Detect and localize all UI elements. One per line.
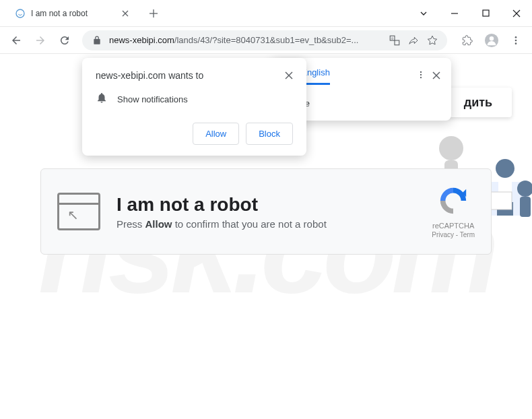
window-menu-icon[interactable]	[408, 0, 439, 27]
recaptcha-label: reCAPTCHA	[432, 222, 475, 230]
tab-close-icon[interactable]	[120, 8, 131, 19]
notif-close-icon[interactable]	[285, 70, 293, 82]
svg-point-15	[515, 39, 517, 41]
recaptcha-links: Privacy - Term	[432, 231, 475, 238]
robot-title: I am not a robot	[117, 194, 415, 216]
recaptcha-badge: reCAPTCHA Privacy - Term	[432, 185, 475, 238]
svg-rect-10	[395, 40, 399, 45]
recaptcha-icon	[438, 185, 469, 216]
tab-title: I am not a robot	[31, 9, 88, 18]
bookmark-icon[interactable]	[426, 34, 439, 47]
notif-body: Show notifications	[96, 92, 293, 106]
svg-point-0	[16, 9, 24, 18]
forward-button[interactable]	[30, 30, 51, 51]
robot-subtitle: Press Allow to confirm that you are not …	[117, 218, 415, 230]
translate-actions	[416, 70, 440, 82]
notification-permission-popup: news-xebipi.com wants to Show notificati…	[82, 58, 306, 156]
window-controls	[408, 0, 532, 27]
maximize-icon[interactable]	[470, 0, 501, 27]
robot-verification-card: I am not a robot Press Allow to confirm …	[40, 168, 492, 255]
svg-point-29	[420, 74, 422, 75]
browser-window: I am not a robot	[0, 0, 532, 419]
notif-title: news-xebipi.com wants to	[96, 70, 203, 81]
svg-rect-24	[520, 197, 531, 217]
lock-icon[interactable]	[90, 34, 104, 47]
block-button[interactable]: Block	[246, 123, 293, 145]
back-button[interactable]	[5, 30, 27, 51]
toolbar: news-xebipi.com/lands/43/?site=8040731&s…	[0, 27, 532, 54]
translate-icon[interactable]: 文	[388, 34, 401, 47]
svg-point-18	[439, 136, 463, 160]
bell-icon	[96, 92, 108, 106]
robot-text-block: I am not a robot Press Allow to confirm …	[117, 194, 415, 230]
menu-icon[interactable]	[505, 30, 527, 51]
allow-button[interactable]: Allow	[193, 123, 239, 145]
reload-button[interactable]	[54, 30, 75, 51]
toolbar-icons	[454, 30, 527, 51]
svg-rect-6	[483, 10, 489, 16]
url-text: news-xebipi.com/lands/43/?site=8040731&s…	[109, 35, 383, 45]
svg-point-28	[420, 71, 422, 73]
extensions-icon[interactable]	[457, 30, 478, 51]
svg-point-14	[515, 36, 517, 38]
notif-buttons: Allow Block	[96, 123, 293, 145]
title-bar: I am not a robot	[0, 0, 532, 27]
browser-window-icon	[57, 193, 100, 230]
address-bar[interactable]: news-xebipi.com/lands/43/?site=8040731&s…	[82, 30, 447, 51]
translate-menu-icon[interactable]	[416, 70, 426, 82]
page-button[interactable]: дить	[444, 88, 512, 117]
notif-header: news-xebipi.com wants to	[96, 70, 293, 82]
svg-point-16	[515, 42, 517, 44]
svg-point-13	[490, 36, 494, 40]
translate-close-icon[interactable]	[432, 70, 440, 82]
browser-tab[interactable]: I am not a robot	[5, 3, 140, 24]
svg-text:文: 文	[391, 36, 394, 40]
svg-point-20	[496, 159, 514, 178]
svg-rect-21	[498, 178, 512, 202]
minimize-icon[interactable]	[439, 0, 470, 27]
new-tab-button[interactable]	[144, 4, 163, 23]
svg-point-23	[517, 181, 532, 197]
svg-rect-22	[497, 202, 513, 216]
share-icon[interactable]	[407, 34, 420, 47]
notif-text: Show notifications	[117, 94, 188, 104]
close-window-icon[interactable]	[501, 0, 532, 27]
svg-point-30	[420, 77, 422, 78]
tab-favicon-icon	[15, 8, 26, 19]
page-content: risk.com дить I am not a robot Press All…	[0, 54, 532, 419]
profile-icon[interactable]	[481, 30, 502, 51]
